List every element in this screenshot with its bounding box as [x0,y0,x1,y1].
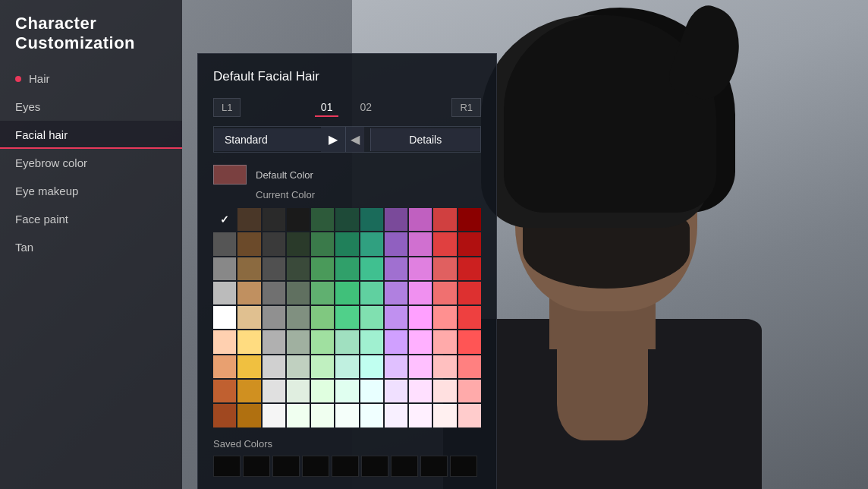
color-cell[interactable] [458,404,481,427]
color-cell[interactable] [213,257,236,280]
color-cell[interactable] [237,306,260,329]
color-cell[interactable] [263,232,285,255]
style-next-arrow[interactable]: ▶ [321,127,345,152]
color-cell[interactable] [263,330,285,353]
color-cell[interactable] [237,355,260,378]
sidebar-item-tan[interactable]: Tan [0,233,182,261]
color-cell[interactable] [335,355,358,378]
color-cell[interactable] [409,208,432,231]
color-cell[interactable] [237,232,260,255]
color-cell[interactable] [385,208,407,231]
color-cell[interactable] [458,232,481,255]
color-cell[interactable] [237,404,260,427]
color-cell[interactable] [263,282,285,304]
color-cell[interactable] [409,232,432,255]
color-cell[interactable] [360,232,383,255]
color-cell[interactable] [287,232,310,255]
color-cell[interactable] [335,330,358,353]
color-cell[interactable] [237,380,260,402]
color-cell[interactable] [360,306,383,329]
color-cell[interactable] [360,208,383,231]
color-cell[interactable] [335,306,358,329]
color-cell[interactable] [237,282,260,304]
saved-color-cell[interactable] [361,456,388,477]
color-cell[interactable] [385,404,407,427]
color-cell[interactable] [433,232,456,255]
saved-color-cell[interactable] [450,456,477,477]
color-cell[interactable] [409,380,432,402]
color-cell[interactable] [311,232,334,255]
color-cell[interactable] [433,380,456,402]
color-cell[interactable]: ✓ [213,208,236,231]
details-prev-arrow[interactable]: ◀ [345,127,364,152]
color-cell[interactable] [385,282,407,304]
sidebar-item-eyebrow-color[interactable]: Eyebrow color [0,149,182,177]
color-cell[interactable] [458,380,481,402]
saved-color-cell[interactable] [272,456,300,477]
sidebar-item-hair[interactable]: Hair [0,65,182,93]
color-cell[interactable] [385,355,407,378]
details-button[interactable]: Details [370,128,481,151]
color-cell[interactable] [237,208,260,231]
color-cell[interactable] [311,330,334,353]
color-cell[interactable] [287,282,310,304]
color-cell[interactable] [458,306,481,329]
color-cell[interactable] [385,380,407,402]
color-cell[interactable] [409,306,432,329]
color-cell[interactable] [213,282,236,304]
tab-02[interactable]: 02 [354,99,378,117]
color-cell[interactable] [409,282,432,304]
color-cell[interactable] [311,380,334,402]
color-cell[interactable] [433,257,456,280]
color-cell[interactable] [263,355,285,378]
color-cell[interactable] [237,257,260,280]
color-cell[interactable] [287,208,310,231]
color-cell[interactable] [433,282,456,304]
color-cell[interactable] [237,330,260,353]
color-cell[interactable] [458,257,481,280]
saved-color-cell[interactable] [332,456,359,477]
color-cell[interactable] [458,208,481,231]
color-cell[interactable] [311,257,334,280]
color-cell[interactable] [213,355,236,378]
color-cell[interactable] [360,355,383,378]
color-cell[interactable] [335,380,358,402]
color-cell[interactable] [385,232,407,255]
color-cell[interactable] [409,404,432,427]
color-cell[interactable] [311,404,334,427]
color-cell[interactable] [311,306,334,329]
color-cell[interactable] [335,208,358,231]
color-cell[interactable] [287,330,310,353]
color-cell[interactable] [409,355,432,378]
sidebar-item-eyes[interactable]: Eyes [0,93,182,121]
color-cell[interactable] [263,306,285,329]
color-cell[interactable] [335,282,358,304]
color-cell[interactable] [433,330,456,353]
r1-button[interactable]: R1 [451,98,481,117]
color-cell[interactable] [213,330,236,353]
sidebar-item-face-paint[interactable]: Face paint [0,205,182,233]
color-cell[interactable] [458,330,481,353]
color-cell[interactable] [213,306,236,329]
color-cell[interactable] [311,208,334,231]
saved-color-cell[interactable] [213,456,241,477]
color-cell[interactable] [458,282,481,304]
saved-color-cell[interactable] [420,456,448,477]
saved-color-cell[interactable] [391,456,418,477]
color-cell[interactable] [263,404,285,427]
color-cell[interactable] [335,257,358,280]
color-cell[interactable] [409,330,432,353]
color-cell[interactable] [433,306,456,329]
color-cell[interactable] [458,355,481,378]
color-cell[interactable] [385,330,407,353]
l1-button[interactable]: L1 [213,98,241,117]
color-cell[interactable] [287,404,310,427]
sidebar-item-facial-hair[interactable]: Facial hair [0,121,182,149]
color-cell[interactable] [433,208,456,231]
color-cell[interactable] [385,306,407,329]
color-cell[interactable] [360,330,383,353]
color-cell[interactable] [311,355,334,378]
color-cell[interactable] [263,208,285,231]
color-cell[interactable] [287,355,310,378]
color-cell[interactable] [287,257,310,280]
